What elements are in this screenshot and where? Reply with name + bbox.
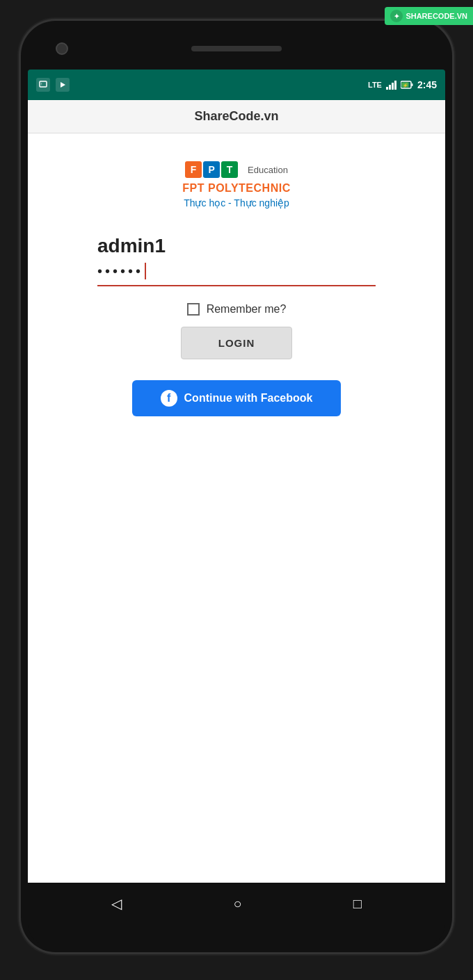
remember-me-row: Remember me? xyxy=(187,303,287,316)
logo-area: F P T Education FPT POLYTECHNIC Thực học… xyxy=(182,161,290,209)
screen-content: F P T Education FPT POLYTECHNIC Thực học… xyxy=(28,133,445,883)
logo-f: F xyxy=(185,161,202,178)
copyright-footer: Copyright © ShareCode.vn xyxy=(0,973,473,980)
phone-shell: ! LTE ⚡ xyxy=(21,21,452,952)
svg-text:⚡: ⚡ xyxy=(403,83,408,88)
facebook-button-label: Continue with Facebook xyxy=(184,392,313,405)
play-icon xyxy=(56,78,70,92)
speaker xyxy=(191,46,282,51)
remember-checkbox[interactable] xyxy=(187,303,200,316)
status-bar-left: ! xyxy=(36,78,70,92)
app-title: ShareCode.vn xyxy=(194,109,278,124)
watermark-icon: ✦ xyxy=(390,10,403,22)
nav-bar: ◁ ○ □ xyxy=(28,883,445,924)
username-display[interactable]: admin1 xyxy=(97,229,376,260)
svg-text:!: ! xyxy=(41,82,42,86)
login-button[interactable]: LOGIN xyxy=(181,327,292,359)
password-dots: •••••• xyxy=(97,263,143,279)
signal-bar-2 xyxy=(389,85,391,90)
logo-t: T xyxy=(221,161,238,178)
slogan: Thực học - Thực nghiệp xyxy=(184,197,289,209)
lte-badge: LTE xyxy=(368,81,382,89)
signal-bars xyxy=(386,81,396,90)
logo-container: F P T Education xyxy=(185,161,288,178)
phone-top xyxy=(28,28,445,70)
watermark: ✦ SHARECODE.VN xyxy=(385,7,473,25)
camera-icon xyxy=(56,42,68,55)
clock: 2:45 xyxy=(417,79,437,90)
logo-p: P xyxy=(203,161,220,178)
notification-icon: ! xyxy=(36,78,50,92)
education-text: Education xyxy=(248,165,288,175)
password-display[interactable]: •••••• xyxy=(97,260,376,286)
facebook-icon: f xyxy=(161,390,177,407)
school-name: FPT POLYTECHNIC xyxy=(182,182,290,195)
fpt-logo: F P T xyxy=(185,161,238,178)
facebook-button[interactable]: f Continue with Facebook xyxy=(132,380,341,416)
signal-bar-3 xyxy=(392,83,394,90)
status-bar: ! LTE ⚡ xyxy=(28,70,445,100)
phone-bottom xyxy=(28,924,445,945)
home-button[interactable]: ○ xyxy=(233,896,241,912)
signal-bar-4 xyxy=(394,81,396,90)
signal-bar-1 xyxy=(386,87,388,90)
cursor xyxy=(145,263,146,279)
svg-rect-4 xyxy=(411,83,412,86)
remember-label: Remember me? xyxy=(207,303,287,316)
watermark-text: SHARECODE.VN xyxy=(406,12,467,20)
svg-marker-2 xyxy=(61,82,65,88)
battery-icon: ⚡ xyxy=(401,81,413,89)
status-bar-right: LTE ⚡ 2:45 xyxy=(368,79,437,90)
recent-button[interactable]: □ xyxy=(353,896,362,912)
app-title-bar: ShareCode.vn xyxy=(28,100,445,133)
form-area: admin1 •••••• xyxy=(97,229,376,286)
back-button[interactable]: ◁ xyxy=(111,895,122,912)
